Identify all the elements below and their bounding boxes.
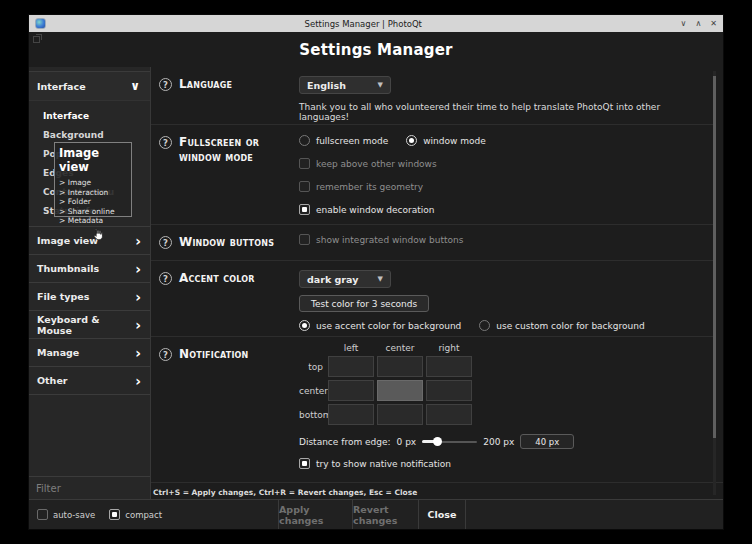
language-dropdown[interactable]: English ▼ [299,76,391,94]
close-icon[interactable]: ✕ [710,20,717,28]
chevron-right-icon: › [135,290,141,304]
help-icon[interactable]: ? [159,78,172,91]
notification-cell-top-left[interactable] [328,356,374,377]
distance-label: Distance from edge: [299,437,391,447]
notification-cell-center-right[interactable] [426,380,472,401]
slider-handle[interactable] [433,437,442,446]
notification-cell-bottom-left[interactable] [328,404,374,425]
radio-accent-background[interactable]: use accent color for background [299,320,461,331]
chevron-right-icon: › [135,234,141,248]
section-heading-accent-color: Accent color [179,271,255,336]
checkbox-icon [299,181,310,192]
grid-row-label-center: center [299,386,325,396]
radio-fullscreen-mode[interactable]: fullscreen mode [299,135,388,146]
grid-col-label-right: right [426,343,472,353]
notification-cell-center-center[interactable] [377,380,423,401]
radio-window-mode[interactable]: window mode [406,135,486,146]
checkbox-checked-icon [299,458,310,469]
distance-slider[interactable] [422,437,477,446]
language-caption: Thank you to all who volunteered their t… [299,102,713,122]
tooltip-item: > Share online [59,207,127,217]
close-button[interactable]: Close [419,500,466,529]
section-heading-language: Language [179,77,232,124]
help-icon[interactable]: ? [159,236,172,249]
chevron-right-icon: › [135,346,141,360]
tooltip-title: Image view [59,146,127,174]
sidebar-item-other[interactable]: Other › [29,367,150,395]
sidebar-item-file-types[interactable]: File types › [29,283,150,311]
apply-changes-button[interactable]: Apply changes [279,500,353,529]
checkbox-remember-geometry[interactable]: remember its geometry [299,181,713,192]
notification-cell-top-right[interactable] [426,356,472,377]
image-view-tooltip: Image view > Image > Interaction > Folde… [54,142,132,217]
grid-row-label-bottom: bottom [299,410,325,420]
sidebar-group-label: Interface [37,81,86,92]
notification-cell-bottom-center[interactable] [377,404,423,425]
scrollbar-thumb[interactable] [713,76,716,438]
sidebar-item-manage[interactable]: Manage › [29,339,150,367]
sidebar-item-keyboard-mouse[interactable]: Keyboard & Mouse › [29,311,150,339]
checkbox-icon [37,509,48,520]
notification-cell-center-left[interactable] [328,380,374,401]
popout-icon[interactable] [33,36,40,43]
distance-max: 200 px [483,437,514,447]
compact-checkbox[interactable]: compact [109,509,162,520]
grid-row-label-top: top [299,362,325,372]
help-icon[interactable]: ? [159,272,172,285]
checkbox-checked-icon [299,204,310,215]
distance-value-field[interactable]: 40 px [520,434,574,449]
grid-col-label-center: center [377,343,423,353]
window-title: Settings Manager | PhotoQt [46,19,681,29]
section-heading-fullscreen: Fullscreen or window mode [179,135,291,224]
titlebar[interactable]: Settings Manager | PhotoQt ∨ ∧ ✕ [29,15,723,32]
autosave-checkbox[interactable]: auto-save [37,509,95,520]
section-notification: ? Notification left center right top [151,337,713,482]
hand-cursor-icon [91,227,104,242]
notification-cell-bottom-right[interactable] [426,404,472,425]
checkbox-icon [299,234,310,245]
chevron-down-icon: ∨ [130,79,140,93]
help-icon[interactable]: ? [159,348,172,361]
section-window-buttons: ? Window buttons show integrated window … [151,225,713,261]
sidebar-subitem-interface[interactable]: Interface [29,106,150,125]
checkbox-icon [299,158,310,169]
photoqt-app-icon [35,18,46,29]
radio-custom-background[interactable]: use custom color for background [479,320,644,331]
minimize-icon[interactable]: ∨ [681,20,687,28]
sidebar-group-interface[interactable]: Interface ∨ [29,71,150,101]
checkbox-integrated-window-buttons[interactable]: show integrated window buttons [299,234,713,245]
radio-icon [299,135,310,146]
revert-changes-button[interactable]: Revert changes [353,500,419,529]
section-language: ? Language English ▼ Thank you to all wh… [151,67,713,125]
chevron-down-icon: ▼ [378,275,383,283]
chevron-down-icon: ▼ [378,81,383,89]
accent-color-dropdown[interactable]: dark gray ▼ [299,270,391,288]
radio-icon [479,320,490,331]
radio-selected-icon [299,320,310,331]
page-title: Settings Manager [299,41,452,59]
checkbox-native-notification[interactable]: try to show native notification [299,458,713,469]
shortcut-hints: Ctrl+S = Apply changes, Ctrl+R = Revert … [151,482,723,501]
section-heading-window-buttons: Window buttons [179,235,274,260]
chevron-right-icon: › [135,374,141,388]
sidebar-item-thumbnails[interactable]: Thumbnails › [29,255,150,283]
page-header: Settings Manager [29,32,723,67]
settings-manager-window: Settings Manager | PhotoQt ∨ ∧ ✕ Setting… [28,14,724,530]
chevron-right-icon: › [135,318,141,332]
bottom-bar: auto-save compact Apply changes Revert c… [29,499,723,529]
main-content: ? Language English ▼ Thank you to all wh… [151,67,723,499]
help-icon[interactable]: ? [159,136,172,149]
tooltip-item: > Folder [59,197,127,207]
section-fullscreen-mode: ? Fullscreen or window mode fullscreen m… [151,125,713,225]
maximize-icon[interactable]: ∧ [695,20,701,28]
radio-selected-icon [406,135,417,146]
tooltip-item: > Metadata [59,216,127,226]
chevron-right-icon: › [135,262,141,276]
sidebar-item-image-view[interactable]: Image view › [29,227,150,255]
checkbox-window-decoration[interactable]: enable window decoration [299,204,713,215]
filter-input[interactable] [29,478,150,500]
test-color-button[interactable]: Test color for 3 seconds [299,295,429,312]
checkbox-keep-above[interactable]: keep above other windows [299,158,713,169]
checkbox-checked-icon [109,509,120,520]
notification-cell-top-center[interactable] [377,356,423,377]
